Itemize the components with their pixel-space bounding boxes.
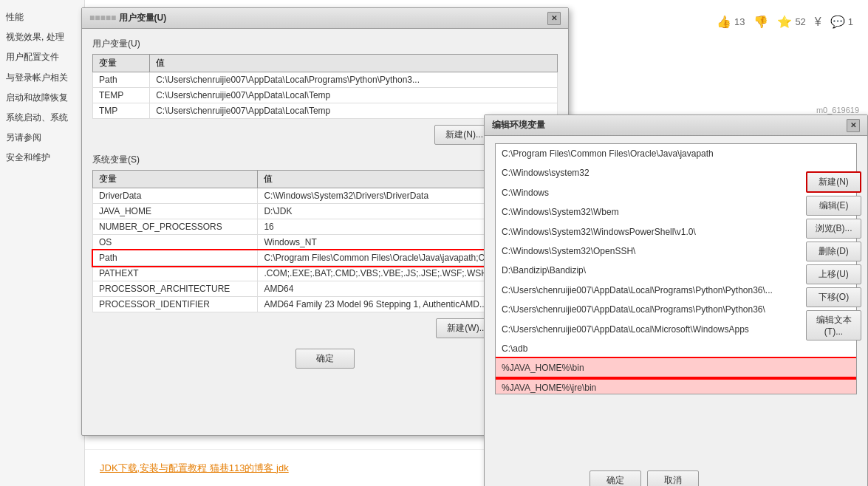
like-action[interactable]: 👍 13 — [717, 15, 745, 29]
dialog-close-button[interactable]: ✕ — [547, 12, 561, 25]
env-list-item[interactable]: C:\Users\chenruijie007\AppData\Local\Mic… — [496, 320, 856, 339]
dialog-title-text: 用户变量(U) — [119, 13, 167, 23]
env-down-btn[interactable]: 下移(O) — [806, 287, 861, 307]
user-var-row[interactable]: TEMPC:\Users\chenruijie007\AppData\Local… — [93, 88, 558, 103]
sidebar-item-profile-desc: 与登录帐户相关 — [6, 68, 78, 88]
env-dialog-body: C:\Program Files\Common Files\Oracle\Jav… — [485, 143, 867, 486]
env-edittext-btn[interactable]: 编辑文本(T)... — [806, 310, 861, 340]
confirm-btn[interactable]: 确定 — [295, 349, 355, 369]
env-bottom-btn-row: 确定 取消 — [495, 470, 793, 486]
env-list-item[interactable]: C:\Windows\System32\OpenSSH\ — [496, 242, 856, 261]
env-list-item[interactable]: C:\Windows\system32 — [496, 163, 856, 182]
env-dialog-titlebar: 编辑环境变量 ✕ — [485, 115, 867, 136]
env-list-item[interactable]: %JAVA_HOME%\bin — [496, 358, 856, 377]
comment-count: 1 — [848, 16, 853, 27]
sidebar-item-visual: 视觉效果, 处理 — [6, 27, 78, 47]
user-col-name: 变量 — [93, 55, 150, 72]
env-list-item[interactable]: C:\Users\chenruijie007\AppData\Local\Pro… — [496, 300, 856, 319]
env-cancel-btn[interactable]: 取消 — [647, 470, 699, 486]
dislike-icon: 👎 — [753, 15, 768, 29]
env-list-item[interactable]: C:\Windows — [496, 183, 856, 202]
env-delete-btn[interactable]: 删除(D) — [806, 242, 861, 261]
sys-var-name: NUMBER_OF_PROCESSORS — [93, 219, 258, 235]
comment-action[interactable]: 💬 1 — [830, 15, 853, 29]
dialog-title: ■■■■■ 用户变量(U) — [89, 12, 166, 24]
env-list-item[interactable]: %JAVA_HOME%\jre\bin — [496, 378, 856, 394]
star-action[interactable]: ⭐ 52 — [777, 15, 805, 29]
dialog-title-prefix: ■■■■■ — [89, 13, 119, 23]
env-list-item[interactable]: C:\Windows\System32\WindowsPowerShell\v1… — [496, 222, 856, 242]
env-edit-btn[interactable]: 编辑(E) — [806, 196, 861, 216]
sidebar-item-seealso: 另请参阅 — [6, 128, 78, 148]
sys-col-name: 变量 — [93, 171, 258, 188]
sidebar-item-performance: 性能 — [6, 7, 78, 27]
sys-var-name: JAVA_HOME — [93, 204, 258, 219]
sys-var-name: OS — [93, 235, 258, 250]
user-var-value: C:\Users\chenruijie007\AppData\Local\Tem… — [150, 88, 558, 103]
env-list-item[interactable]: D:\Bandizip\Bandizip\ — [496, 261, 856, 280]
user-var-name: Path — [93, 72, 150, 88]
env-ok-btn[interactable]: 确定 — [590, 470, 641, 486]
sidebar-item-security: 安全和维护 — [6, 148, 78, 168]
user-col-value: 值 — [150, 55, 558, 72]
star-icon: ⭐ — [777, 15, 792, 29]
sidebar-item-profile: 用户配置文件 — [6, 47, 78, 67]
env-list-item[interactable]: C:\Program Files\Common Files\Oracle\Jav… — [496, 144, 856, 163]
sys-var-name: Path — [93, 250, 258, 266]
env-list-item[interactable]: C:\Windows\System32\Wbem — [496, 202, 856, 222]
user-var-name: TMP — [93, 103, 150, 119]
like-count: 13 — [734, 16, 745, 27]
yen-action[interactable]: ¥ — [815, 16, 821, 29]
env-up-btn[interactable]: 上移(U) — [806, 264, 861, 284]
like-icon: 👍 — [717, 15, 731, 29]
sidebar: 性能 视觉效果, 处理 用户配置文件 与登录帐户相关 启动和故障恢复 系统启动、… — [0, 0, 85, 486]
dialog-titlebar: ■■■■■ 用户变量(U) ✕ — [82, 8, 568, 29]
sys-var-name: PROCESSOR_IDENTIFIER — [93, 297, 258, 312]
user-var-value: C:\Users\chenruijie007\AppData\Local\Pro… — [150, 72, 558, 88]
sys-var-name: PATHEXT — [93, 266, 258, 281]
sidebar-item-startup-desc: 系统启动、系统 — [6, 108, 78, 128]
sys-var-name: DriverData — [93, 188, 258, 204]
jdk-link[interactable]: JDK下载,安装与配置教程 猫巷113的博客 jdk — [100, 462, 289, 475]
dialog-env: 编辑环境变量 ✕ C:\Program Files\Common Files\O… — [484, 114, 868, 486]
sys-var-name: PROCESSOR_ARCHITECTURE — [93, 281, 258, 297]
yen-icon: ¥ — [815, 16, 821, 29]
env-btn-col: 新建(N) 编辑(E) 浏览(B)... 删除(D) 上移(U) 下移(O) 编… — [806, 171, 861, 340]
dislike-action[interactable]: 👎 — [753, 15, 768, 29]
star-count: 52 — [795, 16, 805, 27]
blog-actions: 👍 13 👎 ⭐ 52 ¥ 💬 1 — [717, 15, 853, 29]
env-new-btn[interactable]: 新建(N) — [806, 171, 861, 193]
sidebar-item-startup: 启动和故障恢复 — [6, 88, 78, 108]
env-list-item[interactable]: C:\Users\chenruijie007\AppData\Local\Pro… — [496, 281, 856, 300]
comment-icon: 💬 — [830, 15, 845, 29]
user-vars-label: 用户变量(U) — [92, 38, 558, 50]
env-list-item[interactable]: C:\adb — [496, 339, 856, 358]
env-dialog-close[interactable]: ✕ — [847, 119, 860, 132]
env-browse-btn[interactable]: 浏览(B)... — [806, 219, 861, 239]
env-list-box[interactable]: C:\Program Files\Common Files\Oracle\Jav… — [495, 143, 857, 394]
user-vars-table: 变量 值 PathC:\Users\chenruijie007\AppData\… — [92, 54, 558, 119]
user-var-row[interactable]: PathC:\Users\chenruijie007\AppData\Local… — [93, 72, 558, 88]
env-dialog-title: 编辑环境变量 — [492, 119, 545, 131]
user-var-name: TEMP — [93, 88, 150, 103]
